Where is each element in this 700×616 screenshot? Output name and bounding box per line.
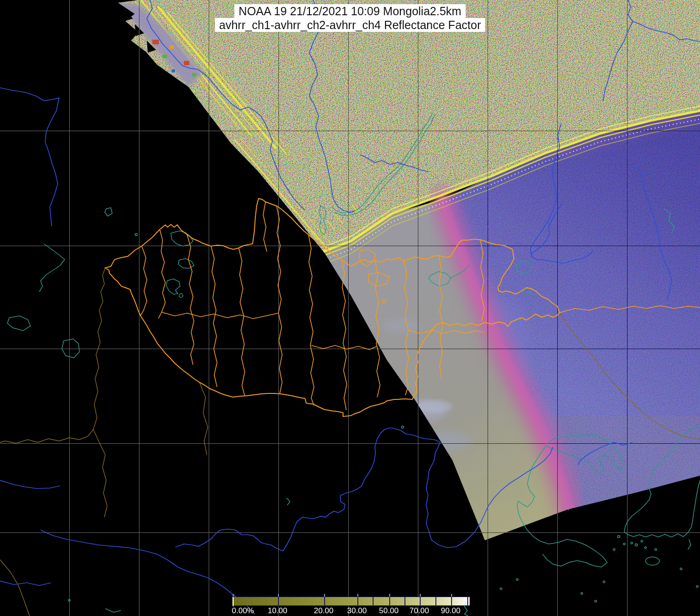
colorbar-labels: 0.00%10.0020.0030.0050.0070.0090.00 [232, 606, 489, 616]
colorbar-tick-upper [324, 594, 325, 597]
image-title: NOAA 19 21/12/2021 10:09 Mongolia2.5km a… [215, 4, 485, 32]
colorbar-tick-upper [357, 594, 358, 597]
colorbar-tick-upper [278, 594, 279, 597]
colorbar-tick [467, 597, 468, 606]
colorbar-tick-upper [389, 594, 390, 597]
satellite-image-viewport: NOAA 19 21/12/2021 10:09 Mongolia2.5km a… [0, 0, 700, 616]
colorbar-tick [233, 597, 234, 606]
title-line-2: avhrr_ch1-avhrr_ch2-avhrr_ch4 Reflectanc… [215, 18, 485, 32]
colorbar-tick [278, 597, 279, 606]
colorbar-tick [451, 597, 452, 606]
colorbar-tick [389, 597, 390, 606]
colorbar-label: 20.00 [314, 606, 334, 616]
reflectance-colorbar: 0.00%10.0020.0030.0050.0070.0090.00 [232, 597, 489, 616]
colorbar-label: 10.00 [268, 606, 288, 616]
colorbar-tick [324, 597, 325, 606]
colorbar-label: 70.00 [410, 606, 429, 616]
colorbar-label: 90.00 [441, 606, 461, 616]
colorbar-tick [435, 597, 436, 606]
colorbar-tick [420, 597, 421, 606]
colorbar-label: 50.00 [379, 606, 399, 616]
colorbar-label: 30.00 [347, 606, 367, 616]
colorbar-tick [404, 597, 405, 606]
title-line-1: NOAA 19 21/12/2021 10:09 Mongolia2.5km [235, 4, 465, 18]
colorbar-label: 0.00% [232, 606, 254, 616]
colorbar-tick-upper [420, 594, 421, 597]
colorbar-tick [373, 597, 374, 606]
colorbar-tick-upper [451, 594, 452, 597]
colorbar-gradient-bar [232, 597, 470, 606]
satellite-map-canvas [0, 0, 700, 616]
colorbar-tick-upper [233, 594, 234, 597]
colorbar-tick [357, 597, 358, 606]
